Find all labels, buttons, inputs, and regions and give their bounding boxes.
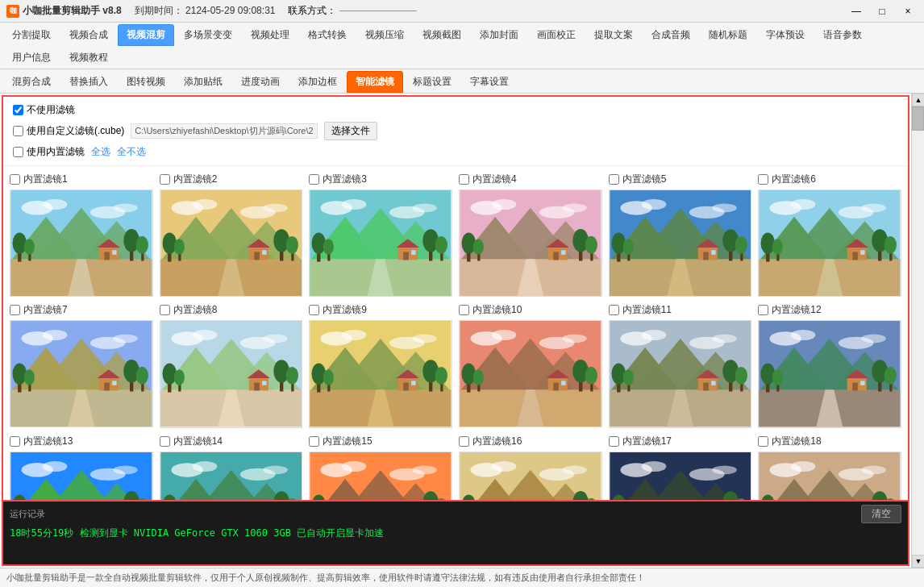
tab-random_title[interactable]: 随机标题	[700, 24, 756, 46]
filter-label-6[interactable]: 内置滤镜6	[758, 173, 901, 186]
filter-thumb-18	[758, 452, 901, 501]
filter-label-3[interactable]: 内置滤镜3	[309, 173, 452, 186]
right-scrollbar[interactable]: ▲ ▼	[911, 94, 924, 568]
clear-log-button[interactable]: 清空	[861, 505, 901, 523]
tab-add_cover[interactable]: 添加封面	[471, 24, 527, 46]
svg-rect-42	[254, 252, 260, 260]
filter-label-8[interactable]: 内置滤镜8	[160, 303, 303, 317]
filter-grid[interactable]: 内置滤镜1	[3, 166, 908, 500]
filter-checkbox-14[interactable]	[160, 436, 170, 447]
filter-checkbox-5[interactable]	[609, 174, 619, 185]
filter-checkbox-3[interactable]	[309, 174, 319, 185]
tab-mix_edit[interactable]: 视频混剪	[118, 24, 174, 46]
filter-label-15[interactable]: 内置滤镜15	[309, 435, 452, 448]
filter-label-13[interactable]: 内置滤镜13	[10, 435, 153, 448]
filter-label-5[interactable]: 内置滤镜5	[609, 173, 752, 186]
tab-image_to_video[interactable]: 图转视频	[118, 71, 174, 93]
builtin-filter-option[interactable]: 使用内置滤镜	[13, 145, 85, 159]
custom-filter-checkbox[interactable]	[13, 126, 23, 136]
filter-checkbox-6[interactable]	[758, 174, 768, 185]
filter-checkbox-13[interactable]	[10, 436, 20, 447]
select-all-link[interactable]: 全选	[91, 145, 110, 159]
filter-checkbox-1[interactable]	[10, 174, 20, 185]
no-filter-checkbox[interactable]	[13, 105, 23, 115]
filter-label-17[interactable]: 内置滤镜17	[609, 435, 752, 448]
filter-checkbox-15[interactable]	[309, 436, 319, 447]
scroll-down-button[interactable]: ▼	[912, 555, 924, 568]
filter-thumb-6	[758, 189, 901, 297]
svg-rect-174	[254, 383, 260, 391]
filter-checkbox-10[interactable]	[459, 305, 469, 315]
tab-synthesis[interactable]: 视频合成	[60, 24, 117, 46]
tab-video_tutorial[interactable]: 视频教程	[60, 47, 117, 69]
tab-video_screenshot[interactable]: 视频截图	[414, 24, 470, 46]
filter-checkbox-16[interactable]	[459, 436, 469, 447]
tab-replace_insert[interactable]: 替换插入	[60, 71, 117, 93]
maximize-button[interactable]: □	[872, 4, 892, 19]
filter-thumb-2	[160, 189, 303, 297]
filter-checkbox-8[interactable]	[160, 305, 170, 315]
tab-format_convert[interactable]: 格式转换	[299, 24, 356, 46]
no-filter-label: 不使用滤镜	[27, 103, 75, 117]
tab-scene_change[interactable]: 多场景变变	[175, 24, 241, 46]
tab-add_border[interactable]: 添加边框	[289, 71, 346, 93]
svg-point-4	[113, 203, 138, 212]
svg-point-127	[884, 236, 897, 254]
filter-label-14[interactable]: 内置滤镜14	[160, 435, 303, 448]
no-filter-option[interactable]: 不使用滤镜	[13, 103, 75, 117]
tab-extract_text[interactable]: 提取文案	[585, 24, 642, 46]
filter-label-4[interactable]: 内置滤镜4	[459, 173, 602, 186]
filter-checkbox-17[interactable]	[609, 436, 619, 447]
deselect-all-link[interactable]: 全不选	[117, 145, 146, 159]
tab-video_process[interactable]: 视频处理	[242, 24, 298, 46]
tab-video_compress[interactable]: 视频压缩	[356, 24, 413, 46]
svg-point-61	[435, 236, 447, 254]
filter-item-3: 内置滤镜3	[309, 173, 452, 297]
tab-correction[interactable]: 画面校正	[528, 24, 585, 46]
filter-checkbox-9[interactable]	[309, 305, 319, 315]
tab-add_sticker[interactable]: 添加贴纸	[175, 71, 231, 93]
tab-title_settings[interactable]: 标题设置	[404, 71, 460, 93]
filter-label-10[interactable]: 内置滤镜10	[459, 303, 602, 317]
filter-label-1[interactable]: 内置滤镜1	[10, 173, 153, 186]
filter-checkbox-2[interactable]	[160, 174, 170, 185]
filter-label-11[interactable]: 内置滤镜11	[609, 303, 752, 317]
filter-label-2[interactable]: 内置滤镜2	[160, 173, 303, 186]
filter-checkbox-18[interactable]	[758, 436, 768, 447]
svg-point-46	[342, 199, 367, 210]
tab-user_info[interactable]: 用户信息	[3, 47, 60, 69]
svg-rect-219	[561, 381, 565, 385]
svg-rect-87	[561, 250, 565, 254]
tab-progress_animation[interactable]: 进度动画	[232, 71, 289, 93]
expiry-date: 2124-05-29 09:08:31	[185, 5, 275, 16]
tab-split[interactable]: 分割提取	[3, 24, 60, 46]
tab-voice_params[interactable]: 语音参数	[814, 24, 871, 46]
filter-checkbox-12[interactable]	[758, 305, 768, 315]
tab-font_preview[interactable]: 字体预设	[757, 24, 814, 46]
tab-mix_audio[interactable]: 合成音频	[643, 24, 699, 46]
minimize-button[interactable]: —	[847, 4, 866, 19]
builtin-filter-checkbox[interactable]	[13, 147, 23, 157]
svg-point-26	[263, 203, 288, 212]
filter-checkbox-7[interactable]	[10, 305, 20, 315]
tab-mix_cut[interactable]: 混剪合成	[3, 71, 60, 93]
svg-point-187	[312, 364, 327, 385]
scroll-up-button[interactable]: ▲	[912, 94, 924, 106]
filter-checkbox-11[interactable]	[609, 305, 619, 315]
filter-label-7[interactable]: 内置滤镜7	[10, 303, 153, 317]
filter-thumb-3	[309, 189, 452, 297]
tab-smart_filter[interactable]: 智能滤镜	[347, 71, 403, 93]
select-file-button[interactable]: 选择文件	[324, 122, 377, 140]
scroll-thumb[interactable]	[912, 106, 924, 131]
filter-label-12[interactable]: 内置滤镜12	[758, 303, 901, 317]
filter-label-18[interactable]: 内置滤镜18	[758, 435, 901, 448]
filter-thumb-13	[10, 452, 153, 501]
filter-checkbox-4[interactable]	[459, 174, 469, 185]
filter-label-16[interactable]: 内置滤镜16	[459, 435, 602, 448]
svg-point-259	[884, 367, 897, 385]
tab-font_settings[interactable]: 字幕设置	[461, 71, 518, 93]
custom-filter-option[interactable]: 使用自定义滤镜(.cube)	[13, 124, 124, 138]
filter-label-9[interactable]: 内置滤镜9	[309, 303, 452, 317]
svg-point-149	[136, 367, 148, 385]
close-button[interactable]: ×	[898, 4, 918, 19]
